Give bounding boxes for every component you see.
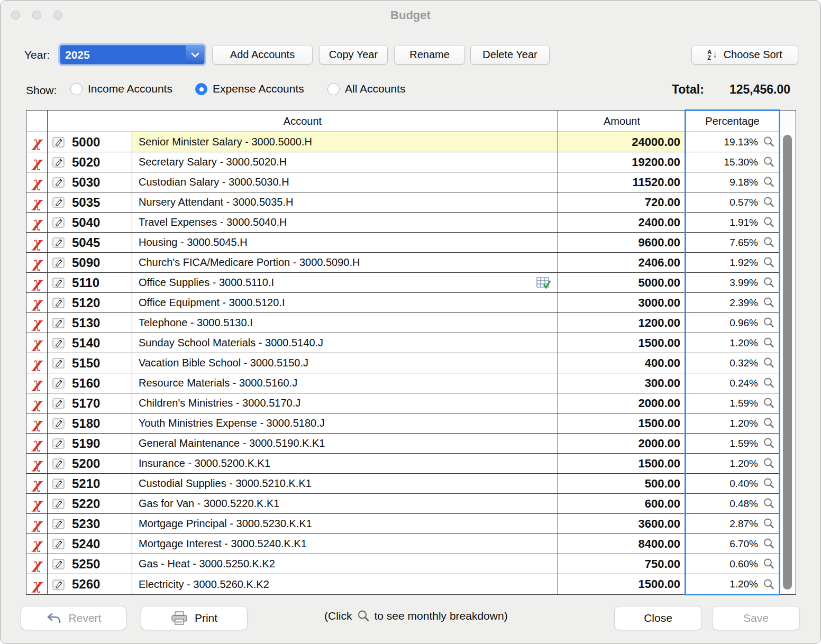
- delete-row-icon[interactable]: χ: [32, 436, 42, 450]
- amount-cell[interactable]: 600.00: [558, 494, 686, 513]
- delete-row-icon[interactable]: χ: [32, 476, 42, 491]
- radio-circle[interactable]: [70, 83, 83, 95]
- table-row[interactable]: χ 5150 Vacation Bible School - 3000.5150…: [26, 353, 779, 373]
- amount-cell[interactable]: 1200.00: [558, 313, 686, 333]
- amount-cell[interactable]: 9600.00: [558, 233, 686, 252]
- table-row[interactable]: χ 5170 Children's Ministries - 3000.5170…: [26, 393, 779, 413]
- copy-year-button[interactable]: Copy Year: [319, 45, 388, 65]
- radio-circle[interactable]: [195, 83, 207, 95]
- chevron-down-icon[interactable]: [186, 45, 204, 64]
- edit-icon[interactable]: [52, 518, 65, 529]
- amount-cell[interactable]: 19200.00: [558, 152, 686, 172]
- header-amount[interactable]: Amount: [558, 111, 686, 132]
- monthly-breakdown-icon[interactable]: [763, 317, 775, 329]
- amount-cell[interactable]: 2406.00: [558, 253, 686, 272]
- edit-icon[interactable]: [52, 317, 65, 328]
- monthly-breakdown-icon[interactable]: [763, 176, 775, 188]
- table-row[interactable]: χ 5130 Telephone - 3000.5130.I 1200.00 0…: [26, 313, 779, 333]
- delete-row-icon[interactable]: χ: [32, 356, 42, 370]
- radio-income-accounts[interactable]: Income Accounts: [70, 82, 172, 95]
- monthly-breakdown-icon[interactable]: [763, 417, 775, 429]
- edit-icon[interactable]: [52, 458, 65, 469]
- table-row[interactable]: χ 5260 Electricity - 3000.5260.K.K2 1500…: [26, 574, 779, 594]
- amount-cell[interactable]: 2000.00: [558, 434, 686, 453]
- minimize-window-button[interactable]: [32, 11, 41, 20]
- delete-row-icon[interactable]: χ: [32, 537, 42, 551]
- amount-cell[interactable]: 400.00: [558, 353, 686, 373]
- delete-row-icon[interactable]: χ: [32, 195, 42, 209]
- table-row[interactable]: χ 5210 Custodial Supplies - 3000.5210.K.…: [26, 474, 779, 494]
- amount-cell[interactable]: 300.00: [558, 373, 686, 393]
- delete-row-icon[interactable]: χ: [32, 275, 42, 290]
- monthly-breakdown-icon[interactable]: [763, 337, 775, 349]
- edit-icon[interactable]: [52, 357, 65, 369]
- monthly-breakdown-icon[interactable]: [763, 477, 775, 490]
- edit-icon[interactable]: [52, 217, 65, 228]
- print-button[interactable]: Print: [141, 606, 248, 630]
- monthly-breakdown-icon[interactable]: [763, 578, 775, 591]
- amount-cell[interactable]: 500.00: [558, 474, 686, 493]
- radio-circle[interactable]: [327, 83, 340, 95]
- amount-cell[interactable]: 1500.00: [558, 333, 686, 353]
- year-value[interactable]: 2025: [60, 45, 186, 64]
- delete-row-icon[interactable]: χ: [32, 336, 42, 350]
- amount-cell[interactable]: 11520.00: [558, 172, 686, 192]
- amount-cell[interactable]: 24000.00: [558, 132, 686, 152]
- table-row[interactable]: χ 5160 Resource Materials - 3000.5160.J …: [26, 373, 779, 393]
- table-row[interactable]: χ 5190 General Maintenance - 3000.5190.K…: [26, 434, 779, 454]
- monthly-breakdown-icon[interactable]: [763, 216, 775, 228]
- edit-icon[interactable]: [52, 398, 65, 409]
- edit-icon[interactable]: [52, 579, 65, 590]
- radio-expense-accounts[interactable]: Expense Accounts: [195, 82, 304, 95]
- delete-row-icon[interactable]: χ: [32, 396, 42, 410]
- delete-row-icon[interactable]: χ: [32, 175, 42, 189]
- edit-icon[interactable]: [52, 538, 65, 549]
- edit-icon[interactable]: [52, 337, 65, 348]
- amount-cell[interactable]: 1500.00: [558, 574, 686, 594]
- delete-row-icon[interactable]: χ: [32, 155, 42, 169]
- delete-row-icon[interactable]: χ: [32, 456, 42, 471]
- close-window-button[interactable]: [11, 11, 20, 20]
- delete-row-icon[interactable]: χ: [32, 376, 42, 390]
- monthly-breakdown-icon[interactable]: [763, 558, 775, 570]
- vertical-scrollbar[interactable]: [779, 111, 796, 594]
- table-row[interactable]: χ 5090 Church's FICA/Medicare Portion - …: [26, 253, 779, 273]
- monthly-breakdown-icon[interactable]: [763, 277, 775, 289]
- edit-icon[interactable]: [52, 438, 65, 449]
- edit-icon[interactable]: [52, 478, 65, 489]
- monthly-breakdown-icon[interactable]: [763, 136, 775, 148]
- zoom-window-button[interactable]: [53, 11, 62, 20]
- save-button[interactable]: Save: [712, 606, 800, 630]
- delete-year-button[interactable]: Delete Year: [470, 45, 550, 65]
- delete-row-icon[interactable]: χ: [32, 496, 42, 511]
- amount-cell[interactable]: 3600.00: [558, 514, 686, 533]
- radio-all-accounts[interactable]: All Accounts: [327, 82, 405, 95]
- edit-icon[interactable]: [52, 136, 65, 148]
- delete-row-icon[interactable]: χ: [32, 215, 42, 229]
- amount-cell[interactable]: 2400.00: [558, 213, 686, 232]
- amount-cell[interactable]: 2000.00: [558, 393, 686, 413]
- revert-button[interactable]: Revert: [21, 606, 126, 630]
- monthly-breakdown-icon[interactable]: [763, 397, 775, 409]
- rename-button[interactable]: Rename: [394, 45, 465, 65]
- add-accounts-button[interactable]: Add Accounts: [212, 45, 313, 65]
- edit-icon[interactable]: [52, 277, 65, 288]
- table-row[interactable]: χ 5140 Sunday School Materials - 3000.51…: [26, 333, 779, 353]
- edit-icon[interactable]: [52, 558, 65, 569]
- table-row[interactable]: χ 5200 Insurance - 3000.5200.K.K1 1500.0…: [26, 454, 779, 474]
- choose-sort-button[interactable]: A Z ↓ Choose Sort: [691, 45, 798, 65]
- edit-icon[interactable]: [52, 237, 65, 248]
- delete-row-icon[interactable]: χ: [32, 296, 42, 310]
- monthly-breakdown-icon[interactable]: [763, 437, 775, 449]
- edit-icon[interactable]: [52, 498, 65, 509]
- header-account[interactable]: Account: [48, 111, 558, 132]
- table-row[interactable]: χ 5220 Gas for Van - 3000.5220.K.K1 600.…: [26, 494, 779, 514]
- delete-row-icon[interactable]: χ: [32, 416, 42, 430]
- header-percentage[interactable]: Percentage: [686, 111, 779, 132]
- amount-cell[interactable]: 720.00: [558, 192, 686, 212]
- edit-icon[interactable]: [52, 177, 65, 188]
- monthly-breakdown-icon[interactable]: [763, 377, 775, 389]
- table-row[interactable]: χ 5045 Housing - 3000.5045.H 9600.00 7.6…: [26, 233, 779, 253]
- delete-row-icon[interactable]: χ: [32, 135, 42, 149]
- table-row[interactable]: χ 5120 Office Equipment - 3000.5120.I 30…: [26, 293, 779, 313]
